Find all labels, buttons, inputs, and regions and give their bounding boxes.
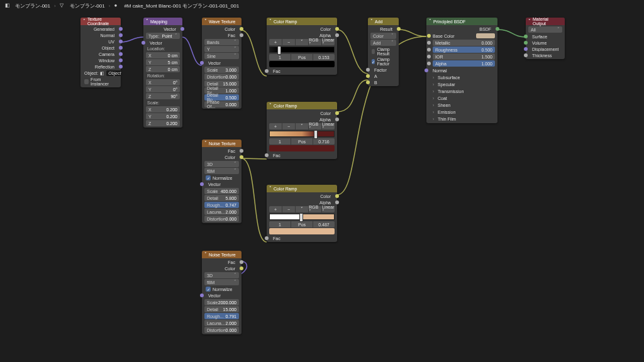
dropdown[interactable]: fBM (204, 168, 239, 174)
color-ramp-gradient[interactable] (269, 47, 335, 53)
checkbox[interactable]: ✓ (206, 175, 211, 180)
value-field[interactable]: X0.200 (146, 106, 180, 112)
socket-in[interactable] (427, 41, 431, 45)
value-field[interactable]: Y0.200 (146, 113, 180, 119)
value-field[interactable]: Y5 cm (146, 59, 180, 65)
socket-in[interactable] (366, 68, 370, 72)
socket-in[interactable] (524, 47, 528, 51)
socket-out[interactable] (335, 27, 339, 31)
value-field[interactable]: Distortion0.000 (204, 327, 239, 333)
socket-out[interactable] (240, 27, 243, 31)
socket-out[interactable] (180, 27, 184, 31)
breadcrumb-item[interactable]: #M cake_Mont Blanc-001 モンブラン-001-001_001 (124, 3, 239, 9)
socket-out[interactable] (335, 111, 339, 115)
dropdown[interactable]: All (528, 26, 562, 33)
socket-out[interactable] (119, 33, 123, 37)
node-header[interactable]: ˅Color Ramp (267, 102, 337, 109)
value-field[interactable]: X0 cm (146, 52, 180, 58)
socket-out[interactable] (119, 52, 123, 56)
socket-in[interactable] (265, 236, 269, 240)
ramp-toolbar[interactable]: +−˅RGB ˅Linear ˅ (269, 123, 335, 129)
dropdown[interactable]: Color (370, 33, 396, 39)
dropdown[interactable]: 3D (204, 161, 239, 167)
node-principled-bsdf[interactable]: ˅Principled BSDF BSDF Base Color Metalli… (426, 18, 497, 123)
socket-out[interactable] (496, 27, 499, 31)
value-field[interactable]: IOR1.500 (433, 53, 495, 60)
socket-out[interactable] (119, 46, 123, 50)
color-swatch[interactable] (269, 61, 335, 67)
node-header[interactable]: ˅Add (368, 18, 399, 25)
value-field[interactable]: X0° (146, 79, 180, 85)
socket-out[interactable] (119, 27, 123, 31)
object-picker[interactable]: Object (106, 70, 123, 76)
value-field[interactable]: Distortion0.000 (204, 216, 239, 222)
socket-in[interactable] (524, 35, 528, 38)
dropdown[interactable]: 3D (204, 272, 239, 278)
checkbox[interactable] (372, 49, 375, 54)
expand-group[interactable]: ›Transmission (429, 88, 495, 94)
node-color-ramp[interactable]: ˅Color RampColorAlpha+−˅RGB ˅Linear ˅1Po… (267, 185, 337, 242)
ramp-stop-info[interactable]: 1Pos0.153 (269, 54, 335, 60)
socket-in[interactable] (427, 34, 431, 38)
expand-group[interactable]: ›Specular (429, 81, 495, 87)
value-field[interactable]: Metallic0.000 (433, 40, 495, 46)
dropdown[interactable]: Sine (204, 53, 239, 59)
expand-group[interactable]: ›Subsurface (429, 74, 495, 80)
value-field[interactable]: Lacuna...2.000 (204, 209, 239, 215)
breadcrumb-item[interactable]: モンブラン-001 (15, 3, 50, 9)
dropdown[interactable]: fBM (204, 279, 239, 285)
value-field[interactable]: Z0.200 (146, 120, 180, 126)
socket-out[interactable] (397, 27, 401, 31)
socket-out[interactable] (335, 33, 339, 37)
socket-out[interactable] (335, 118, 339, 121)
socket-in[interactable] (200, 293, 204, 297)
socket-out[interactable] (240, 155, 243, 159)
value-field[interactable]: Z90° (146, 93, 180, 99)
node-header[interactable]: ˅Principled BSDF (426, 18, 497, 25)
color-stop-handle[interactable] (299, 213, 303, 222)
socket-out[interactable] (119, 65, 123, 69)
node-wave-texture[interactable]: ˅Wave Texture Color Fac Bands Y Sine Vec… (202, 18, 242, 109)
socket-out[interactable] (240, 149, 243, 153)
color-stop-handle[interactable] (277, 46, 281, 55)
value-field[interactable]: Distortion0.000 (204, 74, 239, 80)
socket-in[interactable] (265, 153, 269, 157)
socket-out[interactable] (119, 40, 123, 43)
node-header[interactable]: ˅Color Ramp (267, 18, 337, 25)
socket-out[interactable] (240, 33, 243, 37)
color-swatch[interactable] (269, 145, 335, 151)
color-ramp-gradient[interactable] (269, 131, 335, 137)
value-field[interactable]: Roughness0.500 (433, 47, 495, 53)
type-dropdown[interactable]: Type:Point (146, 33, 180, 39)
socket-in[interactable] (427, 62, 431, 65)
breadcrumb-item[interactable]: モンブラン-001 (70, 3, 105, 9)
value-field[interactable]: Rough...0.747 (204, 202, 239, 208)
node-noise-texture[interactable]: ˅Noise Texture Fac Color 3D fBM ✓Normali… (202, 251, 242, 334)
ramp-toolbar[interactable]: +−˅RGB ˅Linear ˅ (269, 206, 335, 212)
checkbox[interactable]: ✓ (372, 59, 375, 64)
dropdown[interactable]: Y (204, 46, 239, 52)
value-field[interactable]: Scale3.000 (204, 67, 239, 73)
socket-in[interactable] (265, 69, 269, 73)
node-color-ramp[interactable]: ˅Color RampColorAlpha+−˅RGB ˅Linear ˅1Po… (267, 102, 337, 159)
value-field[interactable]: Scale2000.000 (204, 299, 239, 305)
checkbox[interactable] (84, 79, 89, 84)
node-header[interactable]: ˅Mapping (143, 18, 182, 25)
ramp-stop-info[interactable]: 1Pos0.487 (269, 221, 335, 228)
expand-group[interactable]: ›Sheen (429, 102, 495, 108)
value-field[interactable]: Phase Of...0.000 (204, 101, 239, 107)
ramp-toolbar[interactable]: +−˅RGB ˅Linear ˅ (269, 39, 335, 45)
socket-in[interactable] (200, 182, 204, 186)
value-field[interactable]: Y0° (146, 86, 180, 92)
expand-group[interactable]: ›Emission (429, 109, 495, 115)
node-header[interactable]: ˅Material Output (526, 18, 565, 25)
socket-in[interactable] (366, 80, 370, 84)
node-mapping[interactable]: ˅Mapping Vector Type:Point Vector Locati… (143, 18, 182, 128)
value-field[interactable]: Lacuna...2.000 (204, 320, 239, 326)
color-swatch[interactable] (269, 228, 335, 234)
expand-group[interactable]: ›Coat (429, 95, 495, 101)
dropdown[interactable]: Add (370, 40, 396, 46)
node-texture-coordinate[interactable]: ˅Texture Coordinate Generated Normal UV … (80, 18, 121, 87)
node-material-output[interactable]: ˅Material Output All Surface Volume Disp… (526, 18, 565, 59)
checkbox[interactable]: ✓ (206, 287, 211, 292)
